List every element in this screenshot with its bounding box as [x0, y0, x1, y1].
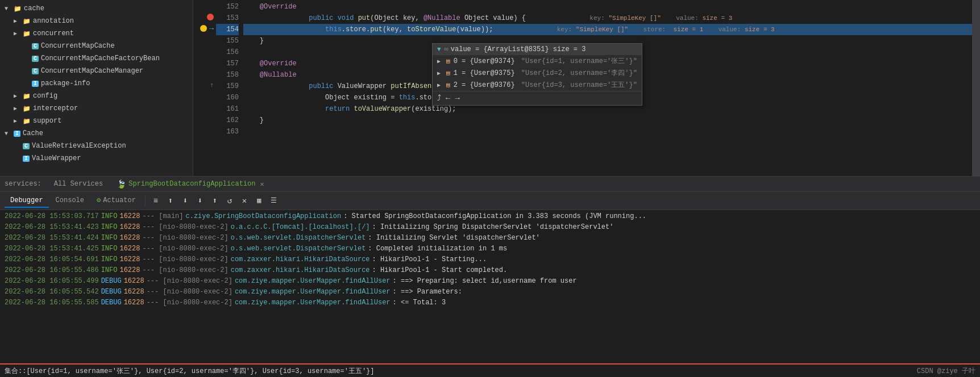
log-ts-2: 2022-06-28 15:53:41.424: [5, 233, 99, 244]
ln-162: 162: [216, 115, 239, 126]
debug-arrow-154: →: [209, 24, 214, 33]
log-line-3: 2022-06-28 15:53:41.425 INFO 16228 --- […: [0, 244, 980, 254]
class-icon-vre: C: [23, 143, 30, 149]
tree-item-interceptor[interactable]: ▶ 📁 interceptor: [0, 102, 193, 115]
gutter-161: [193, 102, 216, 114]
tree-arrow-cache: ▼: [5, 6, 14, 12]
popup-val-2: "User{id=3, username='王五'}": [517, 80, 637, 90]
toolbar-btn-down2[interactable]: ⬇: [193, 194, 207, 208]
log-level-2: INFO: [101, 233, 118, 244]
log-pid-6: 16228: [124, 276, 144, 287]
log-msg-7: : ==> Parameters:: [393, 287, 462, 298]
tree-item-package-info[interactable]: ▶ I package-info: [0, 77, 193, 90]
ln-159: 159: [216, 81, 239, 92]
tree-item-vre[interactable]: ▶ C ValueRetrievalException: [0, 140, 193, 152]
toolbar-btn-grid[interactable]: ▦: [252, 194, 266, 208]
tree-label-cmc: ConcurrentMapCache: [41, 42, 115, 50]
tab-console[interactable]: Console: [50, 194, 90, 208]
popup-btn-forward[interactable]: →: [455, 94, 459, 103]
log-class-6: com.ziye.mapper.UserMapper.findAllUser: [235, 276, 391, 287]
log-line-2: 2022-06-28 15:53:41.424 INFO 16228 --- […: [0, 233, 980, 244]
breakpoint-154[interactable]: [200, 25, 207, 32]
code-line-163: [243, 126, 972, 137]
vertical-scrollbar[interactable]: [972, 0, 980, 176]
tree-label-cmcm: ConcurrentMapCacheManager: [41, 67, 143, 75]
log-level-3: INFO: [101, 244, 118, 254]
log-msg-6: : ==> Preparing: select id,username from…: [393, 276, 577, 287]
tree-arrow-config: ▶: [14, 93, 23, 99]
class-icon-cmc: C: [32, 43, 39, 49]
tree-item-config[interactable]: ▶ 📁 config: [0, 90, 193, 102]
ln-154: 154: [216, 24, 239, 35]
popup-expand-icon: ▼: [437, 46, 441, 53]
tree-item-concurrent[interactable]: ▶ 📁 concurrent: [0, 27, 193, 40]
log-line-4: 2022-06-28 16:05:54.691 INFO 16228 --- […: [0, 254, 980, 265]
popup-row-2[interactable]: ▶ ▤ 2 = {User@9376} "User{id=3, username…: [433, 79, 642, 91]
tree-label-support: support: [33, 117, 61, 125]
log-thread-2: --- [nio-8080-exec-2]: [142, 233, 228, 244]
tree-item-annotation[interactable]: ▶ 📁 annotation: [0, 15, 193, 27]
tree-item-cache-interface[interactable]: ▼ I Cache: [0, 127, 193, 140]
log-line-0: 2022-06-28 15:53:03.717 INFO 16228 --- […: [0, 211, 980, 222]
folder-icon-cache: 📁: [14, 5, 22, 12]
popup-list-icon-2: ▤: [446, 81, 450, 89]
gutter-153[interactable]: [193, 11, 216, 23]
services-tab-spring[interactable]: 🍃 SpringBootDataconfigApplication ✕: [111, 178, 269, 190]
log-ts-3: 2022-06-28 15:53:41.425: [5, 244, 99, 254]
toolbar-btn-up2[interactable]: ⬆: [208, 194, 222, 208]
tree-label-cmcfb: ConcurrentMapCacheFactoryBean: [41, 55, 160, 62]
breakpoint-153[interactable]: [207, 14, 214, 20]
popup-row-0[interactable]: ▶ ▤ 0 = {User@9374} "User{id=1, username…: [433, 55, 642, 67]
line-numbers: 152 153 154 155 156 157 158 159 160 161 …: [216, 0, 243, 176]
log-class-5: com.zaxxer.hikari.HikariDataSource: [231, 265, 370, 276]
toolbar-btn-refresh[interactable]: ↺: [223, 194, 236, 208]
ln-155: 155: [216, 35, 239, 47]
log-pid-0: 16228: [119, 211, 140, 222]
toolbar-btn-menu[interactable]: ≡: [149, 194, 163, 208]
code-line-162: }: [243, 115, 972, 126]
tree-arrow-support: ▶: [14, 118, 23, 124]
tab-actuator[interactable]: ⚙Actuator: [91, 194, 142, 208]
log-line-8: 2022-06-28 16:05:55.585 DEBUG 16228 --- …: [0, 298, 980, 308]
toolbar-btn-down1[interactable]: ⬇: [178, 194, 192, 208]
gutter-160: [193, 91, 216, 102]
popup-btn-jump[interactable]: ⤴: [437, 94, 441, 103]
tab-debugger[interactable]: Debugger: [5, 194, 49, 208]
tree-item-vw[interactable]: ▶ I ValueWrapper: [0, 152, 193, 165]
log-pid-8: 16228: [124, 298, 144, 308]
services-tab-all[interactable]: All Services: [48, 179, 109, 189]
gutter-155: [193, 34, 216, 45]
tree-item-cache[interactable]: ▼ 📁 cache: [0, 2, 193, 15]
log-pid-1: 16228: [119, 222, 140, 233]
tree-item-cmc-factory[interactable]: ▶ C ConcurrentMapCacheFactoryBean: [0, 52, 193, 65]
toolbar-btn-close[interactable]: ✕: [238, 194, 251, 208]
popup-row-1[interactable]: ▶ ▤ 1 = {User@9375} "User{id=2, username…: [433, 67, 642, 79]
services-bar: services: All Services 🍃 SpringBootDatac…: [0, 176, 980, 192]
popup-btn-back[interactable]: ←: [446, 94, 450, 103]
log-ts-5: 2022-06-28 16:05:55.486: [5, 265, 99, 276]
gutter-158: [193, 68, 216, 79]
interface-icon-vw: I: [23, 156, 30, 162]
folder-icon-annotation: 📁: [23, 18, 31, 25]
gutter-154[interactable]: →: [193, 23, 216, 34]
ln-152: 152: [216, 1, 239, 12]
services-tab-close-btn[interactable]: ✕: [260, 180, 264, 188]
gutter: → ↑: [193, 0, 216, 176]
tree-item-cmc-manager[interactable]: ▶ C ConcurrentMapCacheManager: [0, 65, 193, 77]
tree-item-concurrent-map-cache[interactable]: ▶ C ConcurrentMapCache: [0, 40, 193, 52]
ln-156: 156: [216, 47, 239, 58]
log-pid-7: 16228: [124, 287, 144, 298]
debug-popup-header: ▼ ∞ value = {ArrayList@8351} size = 3: [433, 44, 642, 55]
status-line: 集合::[User{id=1, username='张三'}, User{id=…: [0, 363, 980, 377]
actuator-icon: ⚙: [97, 196, 101, 204]
ln-158: 158: [216, 69, 239, 81]
toolbar-btn-up[interactable]: ⬆: [164, 194, 177, 208]
log-thread-3: --- [nio-8080-exec-2]: [142, 244, 228, 254]
debug-popup: ▼ ∞ value = {ArrayList@8351} size = 3 ▶ …: [432, 43, 642, 106]
toolbar-btn-list[interactable]: ☰: [267, 194, 281, 208]
popup-val-1: "User{id=2, username='李四'}": [517, 68, 637, 78]
ln-163: 163: [216, 126, 239, 137]
tree-item-support[interactable]: ▶ 📁 support: [0, 115, 193, 127]
log-msg-4: : HikariPool-1 - Starting...: [372, 254, 487, 265]
tree-label-vw: ValueWrapper: [32, 154, 81, 162]
